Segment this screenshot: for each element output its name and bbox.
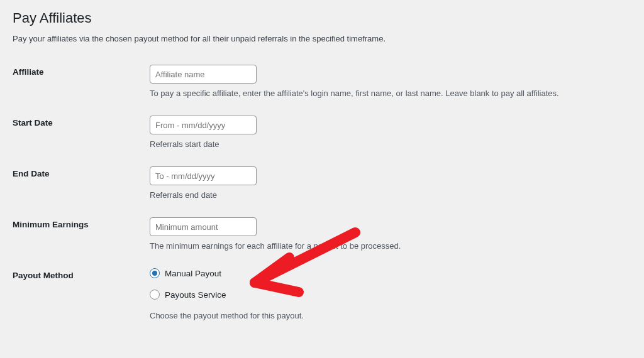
start-date-description: Referrals start date bbox=[150, 139, 631, 149]
min-earnings-input[interactable] bbox=[150, 217, 257, 236]
radio-manual-payout[interactable] bbox=[150, 268, 160, 278]
affiliate-description: To pay a specific affiliate, enter the a… bbox=[150, 89, 631, 98]
page-title: Pay Affiliates bbox=[13, 10, 631, 26]
min-earnings-label: Minimum Earnings bbox=[13, 209, 150, 259]
end-date-label: End Date bbox=[13, 158, 150, 209]
start-date-label: Start Date bbox=[13, 107, 150, 158]
payout-method-description: Choose the payout method for this payout… bbox=[150, 311, 631, 320]
settings-form-table: Affiliate To pay a specific affiliate, e… bbox=[13, 56, 631, 329]
affiliate-input[interactable] bbox=[150, 65, 257, 84]
min-earnings-description: The minimum earnings for each affiliate … bbox=[150, 241, 631, 251]
affiliate-label: Affiliate bbox=[13, 56, 150, 107]
payout-method-label: Payout Method bbox=[13, 259, 150, 329]
end-date-input[interactable] bbox=[150, 166, 257, 185]
page-intro: Pay your affiliates via the chosen payou… bbox=[13, 34, 631, 43]
payout-method-manual-row[interactable]: Manual Payout bbox=[150, 268, 631, 278]
radio-payouts-service[interactable] bbox=[150, 290, 160, 300]
radio-payouts-service-label: Payouts Service bbox=[165, 290, 226, 300]
radio-manual-payout-label: Manual Payout bbox=[165, 269, 221, 278]
start-date-input[interactable] bbox=[150, 116, 257, 134]
payout-method-service-row[interactable]: Payouts Service bbox=[150, 290, 631, 300]
end-date-description: Referrals end date bbox=[150, 190, 631, 200]
